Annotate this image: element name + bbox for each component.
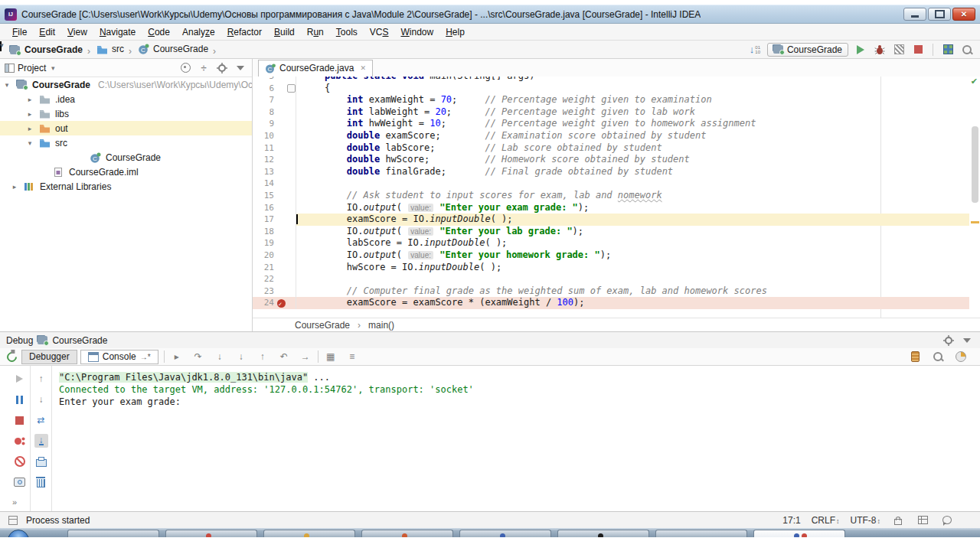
chevron-down-icon[interactable]: ▾ [49, 64, 57, 72]
tab-console[interactable]: Console →* [80, 350, 158, 364]
tab-close-icon[interactable]: ✕ [360, 64, 366, 72]
tree-item-libs[interactable]: ▸libs [0, 106, 252, 121]
breakpoint-icon[interactable] [276, 297, 286, 309]
menu-help[interactable]: Help [439, 25, 471, 39]
prev-occurrence-icon[interactable]: ↑ [34, 372, 48, 386]
close-button[interactable]: ✕ [952, 8, 975, 21]
layout-grid-icon[interactable] [943, 44, 953, 54]
show-execution-point-icon[interactable]: ▸ [170, 350, 184, 364]
resume-icon[interactable] [13, 372, 27, 386]
menu-analyze[interactable]: Analyze [176, 25, 221, 39]
code-line-20[interactable]: 20 IO.output( value: "Enter your homewor… [253, 249, 980, 262]
start-button[interactable] [8, 530, 29, 537]
code-line-6[interactable]: 6 { [253, 83, 980, 95]
coverage-button[interactable] [894, 44, 904, 54]
print-icon[interactable] [34, 455, 48, 468]
code-line-10[interactable]: 10 double examScore; // Examination scor… [253, 130, 980, 142]
code-line-18[interactable]: 18 IO.output( value: "Enter your lab gra… [253, 226, 980, 238]
breadcrumb-item[interactable]: CCourseGrade [135, 41, 210, 57]
code-line-24[interactable]: 24 examScore = examScore * (examWeight /… [253, 297, 980, 309]
menu-build[interactable]: Build [268, 25, 301, 39]
force-step-into-icon[interactable]: ↓ [234, 350, 248, 364]
sort-lines-icon[interactable]: ↓0110 [748, 43, 762, 57]
collapse-all-icon[interactable]: ÷ [201, 62, 206, 73]
tree-item-externallibraries[interactable]: ▸External Libraries [0, 179, 252, 194]
menu-edit[interactable]: Edit [33, 25, 61, 39]
rerun-icon[interactable] [5, 350, 18, 364]
chevron-right-icon[interactable]: ▸ [26, 96, 34, 103]
stop-icon[interactable] [13, 413, 27, 427]
maximize-button[interactable] [928, 8, 951, 21]
taskbar-button-7[interactable] [655, 530, 747, 537]
breadcrumb-method[interactable]: main() [368, 320, 394, 331]
menu-tools[interactable]: Tools [330, 25, 364, 39]
breadcrumb-item[interactable]: src [93, 41, 126, 57]
step-out-icon[interactable]: ↑ [256, 350, 270, 364]
code-line-8[interactable]: 8 int labWeight = 20; // Percentage weig… [253, 106, 980, 119]
lock-icon[interactable] [894, 519, 902, 525]
tree-item-out[interactable]: ▸out [0, 121, 252, 135]
tree-item-src[interactable]: ▾src [0, 135, 252, 150]
code-line-21[interactable]: 21 hwScore = IO.inputDouble( ); [253, 262, 980, 274]
more-icon[interactable]: » [12, 497, 17, 507]
chevron-down-icon[interactable]: ▾ [3, 81, 11, 89]
soft-wrap-icon[interactable]: ⇄ [34, 413, 48, 427]
search-icon[interactable] [962, 44, 972, 55]
menu-refactor[interactable]: Refactor [221, 25, 268, 39]
taskbar-button-3[interactable] [263, 530, 355, 537]
code-line-16[interactable]: 16 IO.output( value: "Enter your exam gr… [253, 202, 980, 214]
menu-navigate[interactable]: Navigate [93, 25, 142, 39]
taskbar-button-4[interactable] [361, 530, 453, 537]
chevron-right-icon[interactable]: ▸ [11, 183, 18, 191]
inspections-ok-icon[interactable]: ✔ [971, 77, 978, 86]
menu-vcs[interactable]: VCS [364, 25, 395, 39]
tree-item-coursegrade[interactable]: ▾CourseGradeC:\Users\user\Work\Курсы\Ude… [0, 77, 252, 92]
console-output[interactable]: "C:\Program Files\Java\jdk1.8.0_131\bin\… [53, 366, 980, 512]
menu-view[interactable]: View [61, 25, 93, 39]
clear-all-icon[interactable] [34, 475, 48, 489]
view-breakpoints-icon[interactable] [13, 434, 27, 448]
editor-scrollbar[interactable] [972, 126, 978, 203]
chevron-right-icon[interactable]: ▸ [26, 125, 34, 132]
taskbar-button-1[interactable] [67, 530, 159, 537]
breadcrumb-class[interactable]: CourseGrade [295, 320, 350, 331]
step-into-icon[interactable]: ↓ [213, 350, 227, 364]
tab-debugger[interactable]: Debugger [21, 350, 77, 364]
chevron-right-icon[interactable]: ▸ [26, 110, 34, 118]
thread-dump-icon[interactable] [13, 475, 27, 489]
title-bar[interactable]: IJ CourseGrade [C:\Users\user\Work\Курсы… [0, 5, 980, 24]
code-line-7[interactable]: 7 int examWeight = 70; // Percentage wei… [253, 94, 980, 106]
code-line-17[interactable]: 17 examScore = IO.inputDouble( ); [253, 214, 980, 226]
layout-icon[interactable]: ≡ [345, 350, 359, 364]
tab-coursegrade-java[interactable]: C CourseGrade.java ✕ [258, 60, 373, 77]
windows-taskbar[interactable] [0, 528, 980, 537]
next-occurrence-icon[interactable]: ↓ [34, 393, 48, 406]
code-line-23[interactable]: 23 // Computer final grade as the weight… [253, 285, 980, 298]
caret-position[interactable]: 17:1 [782, 515, 800, 526]
code-line-13[interactable]: 13 double finalGrade; // Final grade obt… [253, 166, 980, 178]
drop-frame-icon[interactable]: ↶ [277, 350, 291, 364]
taskbar-button-8[interactable] [753, 530, 845, 537]
code-line-22[interactable]: 22 [253, 273, 980, 285]
tree-item-coursegrade[interactable]: CCourseGrade [0, 150, 252, 165]
run-button[interactable] [857, 45, 864, 54]
debug-panel-header[interactable]: Debug CourseGrade [0, 332, 980, 348]
search-history-icon[interactable] [931, 350, 945, 364]
project-panel-header[interactable]: Project ▾ ÷ [0, 59, 252, 77]
menu-code[interactable]: Code [142, 25, 176, 39]
event-grid-icon[interactable] [918, 516, 928, 524]
taskbar-button-2[interactable] [165, 530, 257, 537]
menu-window[interactable]: Window [394, 25, 439, 39]
scroll-to-end-icon[interactable]: ↓ [34, 434, 48, 448]
run-to-cursor-icon[interactable]: → [299, 350, 312, 364]
hide-panel-icon[interactable] [963, 338, 971, 343]
code-line-9[interactable]: 9 int hwWeight = 10; // Percentage weigh… [253, 118, 980, 130]
line-separator-select[interactable]: CRLF↕ [812, 515, 840, 526]
code-line-15[interactable]: 15 // Ask student to input scores for ex… [253, 190, 980, 202]
toolwindow-switcher-icon[interactable] [8, 516, 18, 525]
thread-spool-icon[interactable] [908, 350, 922, 364]
taskbar-button-5[interactable] [459, 530, 551, 537]
run-configuration-select[interactable]: CourseGrade ▾ [767, 43, 848, 57]
minimize-button[interactable] [903, 8, 926, 21]
locate-file-icon[interactable] [181, 63, 191, 73]
